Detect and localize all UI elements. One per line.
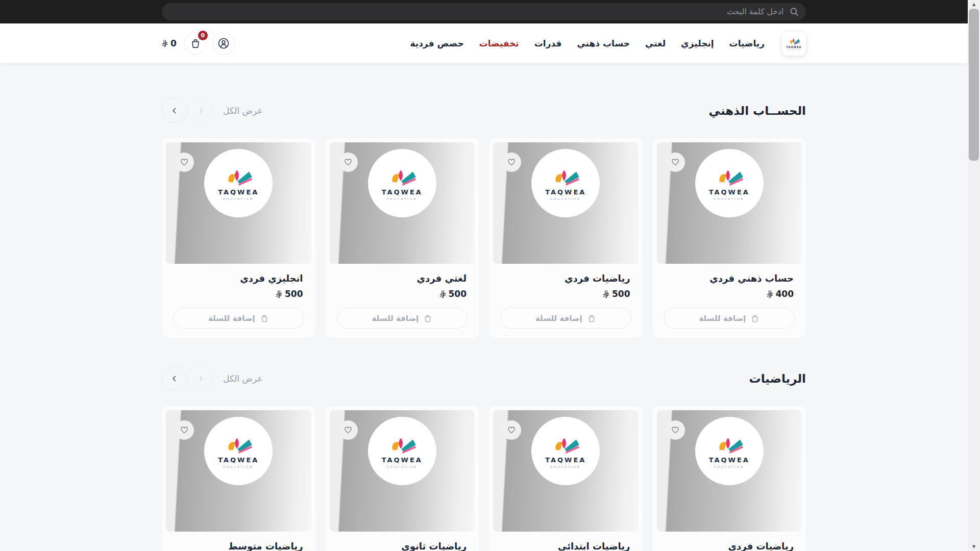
product-title: انجليزي فردي <box>174 273 303 284</box>
carousel-next-button[interactable] <box>162 98 187 123</box>
add-to-cart-button[interactable]: إضافة للسلة <box>337 308 468 329</box>
heart-icon <box>507 158 516 167</box>
product-card: TAQWEA EDUCATION رياضيات فردي إضافة للسل… <box>653 406 806 551</box>
taqwea-logo-icon <box>715 166 744 187</box>
carousel-controls: عرض الكل <box>162 366 263 391</box>
add-to-cart-button[interactable]: إضافة للسلة <box>500 308 631 329</box>
product-title: رياضيات فردي <box>501 273 630 284</box>
favorite-button[interactable] <box>338 153 358 172</box>
view-all-link[interactable]: عرض الكل <box>223 373 263 384</box>
product-title: رياضيات ابتدائي <box>501 541 630 551</box>
product-title: رياضيات ثانوي <box>338 541 467 551</box>
add-to-cart-label: إضافة للسلة <box>535 314 582 323</box>
heart-icon <box>507 425 516 435</box>
scrollbar-down-arrow-icon[interactable]: ▼ <box>968 542 980 551</box>
favorite-button[interactable] <box>338 420 358 440</box>
favorite-button[interactable] <box>175 153 194 172</box>
product-logo: TAQWEA EDUCATION <box>531 149 600 217</box>
site-logo[interactable]: TAQWEA EDUCATION <box>782 32 806 56</box>
product-card: TAQWEA EDUCATION رياضيات متوسط إضافة للس… <box>162 406 315 551</box>
brand-tagline: EDUCATION <box>787 48 801 51</box>
brand-tagline: EDUCATION <box>224 197 254 201</box>
chevron-right-icon <box>196 374 205 383</box>
product-title: رياضيات متوسط <box>174 541 303 551</box>
nav-item-discounts[interactable]: تخفيضات <box>479 38 519 48</box>
favorite-button[interactable] <box>502 153 521 172</box>
scrollbar-up-arrow-icon[interactable]: ▲ <box>968 0 980 9</box>
section-title: الرياضيات <box>749 372 806 385</box>
account-button[interactable] <box>212 32 235 55</box>
product-logo: TAQWEA EDUCATION <box>531 417 600 485</box>
main-header: TAQWEA EDUCATION رياضيات إنجليزي لغتي حس… <box>0 23 968 63</box>
main-nav: رياضيات إنجليزي لغتي حساب ذهني قدرات تخف… <box>410 38 765 48</box>
section-mental-math: الحســاب الذهني عرض الكل <box>162 98 806 337</box>
taqwea-logo-icon <box>715 434 744 455</box>
carousel-controls: عرض الكل <box>162 98 263 123</box>
taqwea-logo-icon <box>224 434 253 455</box>
product-image: TAQWEA EDUCATION <box>330 142 475 264</box>
product-card: TAQWEA EDUCATION رياضيات ابتدائي إضافة ل… <box>489 406 643 551</box>
price-value: 500 <box>449 289 467 299</box>
add-to-cart-label: إضافة للسلة <box>372 314 419 323</box>
heart-icon <box>180 425 189 435</box>
section-title: الحســاب الذهني <box>709 104 806 117</box>
bag-icon <box>587 314 596 323</box>
top-search-bar <box>0 0 968 23</box>
nav-item-private-lessons[interactable]: حصص فردية <box>410 38 463 48</box>
product-card: TAQWEA EDUCATION انجليزي فردي 500 إضافة … <box>162 138 315 337</box>
heart-icon <box>671 425 680 435</box>
favorite-button[interactable] <box>666 153 685 172</box>
cart-button[interactable]: 0 <box>184 32 207 55</box>
heart-icon <box>344 425 353 435</box>
scrollbar-thumb[interactable] <box>969 9 979 161</box>
taqwea-logo-icon <box>387 166 417 187</box>
product-image: TAQWEA EDUCATION <box>330 410 475 532</box>
page-scrollbar[interactable]: ▲ ▼ <box>968 0 980 551</box>
bag-icon <box>260 314 269 323</box>
price-value: 500 <box>612 289 630 299</box>
carousel-prev-button[interactable] <box>188 366 213 391</box>
product-image: TAQWEA EDUCATION <box>493 410 639 532</box>
bag-icon <box>423 314 432 323</box>
product-logo: TAQWEA EDUCATION <box>368 417 436 485</box>
brand-tagline: EDUCATION <box>224 465 254 468</box>
brand-tagline: EDUCATION <box>551 465 581 468</box>
product-logo: TAQWEA EDUCATION <box>204 149 273 217</box>
nav-item-math[interactable]: رياضيات <box>729 38 765 48</box>
add-to-cart-button[interactable]: إضافة للسلة <box>173 308 304 329</box>
product-card: TAQWEA EDUCATION لغتي فردي 500 إضافة للس… <box>326 138 479 337</box>
heart-icon <box>180 158 189 167</box>
product-image: TAQWEA EDUCATION <box>166 410 311 532</box>
brand-name: TAQWEA <box>545 188 586 196</box>
brand-tagline: EDUCATION <box>387 197 417 201</box>
taqwea-logo-icon <box>224 166 253 187</box>
brand-name: TAQWEA <box>709 188 750 196</box>
product-grid: TAQWEA EDUCATION رياضيات فردي إضافة للسل… <box>162 406 806 551</box>
main-content: الحســاب الذهني عرض الكل <box>162 98 806 551</box>
nav-item-mental-math[interactable]: حساب ذهني <box>577 38 630 48</box>
carousel-next-button[interactable] <box>162 366 187 391</box>
search-input[interactable] <box>162 3 806 20</box>
riyal-symbol-icon <box>603 290 609 298</box>
product-logo: TAQWEA EDUCATION <box>204 417 273 485</box>
search-icon[interactable] <box>789 7 799 17</box>
product-image: TAQWEA EDUCATION <box>657 142 802 264</box>
heart-icon <box>671 158 680 167</box>
nav-item-arabic[interactable]: لغتي <box>645 38 666 48</box>
add-to-cart-button[interactable]: إضافة للسلة <box>664 308 795 329</box>
favorite-button[interactable] <box>502 420 521 440</box>
nav-item-abilities[interactable]: قدرات <box>534 38 562 48</box>
favorite-button[interactable] <box>666 420 685 440</box>
product-price: 500 <box>174 289 303 299</box>
carousel-prev-button[interactable] <box>188 98 213 123</box>
bag-icon <box>190 38 201 49</box>
product-price: 500 <box>501 289 630 299</box>
nav-item-english[interactable]: إنجليزي <box>681 38 714 48</box>
cart-total: 0 <box>162 38 177 48</box>
favorite-button[interactable] <box>175 420 194 440</box>
chevron-left-icon <box>170 374 179 383</box>
chevron-right-icon <box>196 106 205 115</box>
view-all-link[interactable]: عرض الكل <box>223 106 263 116</box>
brand-name: TAQWEA <box>382 188 423 196</box>
product-logo: TAQWEA EDUCATION <box>695 149 764 217</box>
